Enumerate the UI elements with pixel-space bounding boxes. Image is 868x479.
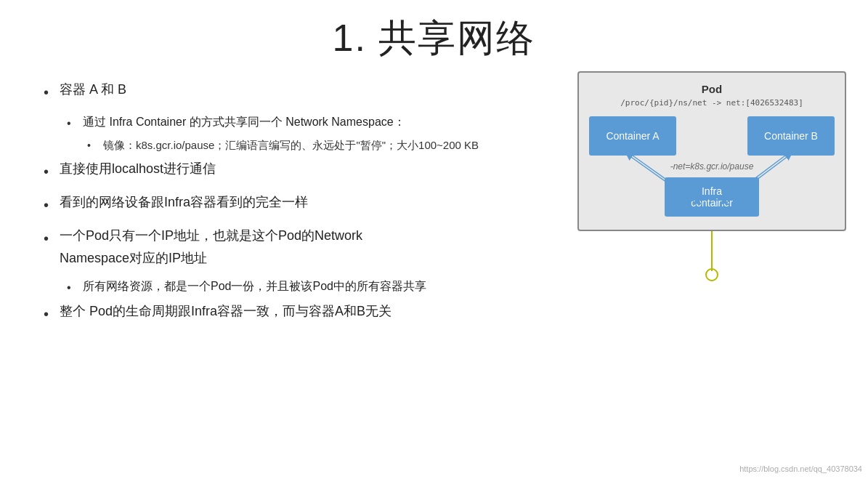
bullet-text-2: 直接使用localhost进行通信: [60, 158, 563, 180]
bullet-dot-1: •: [44, 79, 60, 105]
subsub-bullet-item-1-1-1: • 镜像：k8s.gcr.io/pause；汇编语言编写的、永远处于"暂停"；大…: [87, 136, 563, 155]
bullet-item-5: • 整个 Pod的生命周期跟Infra容器一致，而与容器A和B无关: [44, 300, 563, 326]
bullet-dot-2: •: [44, 158, 60, 184]
proc-path: /proc/{pid}/ns/net -> net:[4026532483]: [589, 98, 835, 108]
infra-container-box: Infra container: [665, 177, 759, 217]
bullet-dot-4: •: [44, 225, 60, 251]
sub-bullet-item-1-1: • 通过 Infra Container 的方式共享同一个 Network Na…: [67, 112, 563, 133]
container-b-box: Container B: [747, 116, 835, 156]
infra-row: Infra container: [589, 177, 835, 217]
infra-line2: container: [691, 197, 733, 209]
tail-line-container: [577, 231, 846, 282]
bullet-item-2: • 直接使用localhost进行通信: [44, 158, 563, 184]
container-a-box: Container A: [589, 116, 676, 156]
sub-bullet-dot-4-1: •: [67, 276, 83, 297]
sub-bullet-text-1-1: 通过 Infra Container 的方式共享同一个 Network Name…: [83, 112, 563, 132]
subsub-bullet-text-1-1-1: 镜像：k8s.gcr.io/pause；汇编语言编写的、永远处于"暂停"；大小1…: [103, 136, 563, 155]
bullet-dot-3: •: [44, 191, 60, 217]
sub-bullet-text-4-1: 所有网络资源，都是一个Pod一份，并且被该Pod中的所有容器共享: [83, 276, 563, 296]
watermark: https://blog.csdn.net/qq_40378034: [739, 464, 862, 473]
diagram-area: Pod /proc/{pid}/ns/net -> net:[402653248…: [577, 71, 846, 282]
subsub-bullet-dot-1-1-1: •: [87, 136, 103, 155]
sub-bullet-item-4-1: • 所有网络资源，都是一个Pod一份，并且被该Pod中的所有容器共享: [67, 276, 563, 297]
bullet-text-3: 看到的网络设备跟Infra容器看到的完全一样: [60, 191, 563, 214]
bullet-text-4: 一个Pod只有一个IP地址，也就是这个Pod的NetworkNamespace对…: [60, 225, 563, 269]
bullet-item-3: • 看到的网络设备跟Infra容器看到的完全一样: [44, 191, 563, 217]
bullet-list: • 容器 A 和 B • 通过 Infra Container 的方式共享同一个…: [44, 79, 563, 334]
sub-bullet-dot-1-1: •: [67, 112, 83, 133]
bullet-item-1: • 容器 A 和 B: [44, 79, 563, 105]
net-label: -net=k8s.gcr.io/pause: [589, 161, 835, 172]
bullet-dot-5: •: [44, 300, 60, 326]
bullet-text-5: 整个 Pod的生命周期跟Infra容器一致，而与容器A和B无关: [60, 300, 563, 323]
content-area: • 容器 A 和 B • 通过 Infra Container 的方式共享同一个…: [0, 79, 868, 334]
pod-box: Pod /proc/{pid}/ns/net -> net:[402653248…: [577, 71, 846, 231]
tail-line-svg: [683, 231, 741, 282]
pod-label: Pod: [589, 83, 835, 95]
bullet-text-1: 容器 A 和 B: [60, 79, 563, 101]
page-title: 1. 共享网络: [0, 0, 868, 79]
bullet-item-4: • 一个Pod只有一个IP地址，也就是这个Pod的NetworkNamespac…: [44, 225, 563, 269]
infra-line1: Infra: [702, 185, 722, 197]
container-row: Container A Container B: [589, 116, 835, 156]
